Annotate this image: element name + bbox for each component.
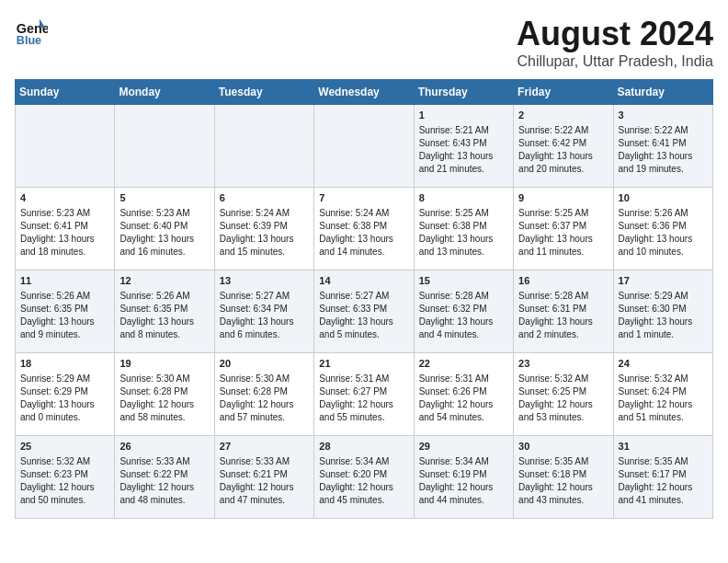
- day-info: Sunrise: 5:27 AM Sunset: 6:33 PM Dayligh…: [319, 291, 393, 339]
- calendar-cell: 30Sunrise: 5:35 AM Sunset: 6:18 PM Dayli…: [514, 436, 613, 519]
- day-info: Sunrise: 5:22 AM Sunset: 6:42 PM Dayligh…: [518, 125, 593, 174]
- calendar-cell: 3Sunrise: 5:22 AM Sunset: 6:41 PM Daylig…: [613, 105, 712, 188]
- day-number: 23: [518, 357, 608, 371]
- day-number: 3: [619, 109, 708, 122]
- title-block: August 2024 Chillupar, Uttar Pradesh, In…: [517, 15, 713, 70]
- day-info: Sunrise: 5:22 AM Sunset: 6:41 PM Dayligh…: [619, 125, 693, 174]
- day-info: Sunrise: 5:25 AM Sunset: 6:38 PM Dayligh…: [419, 208, 494, 257]
- location-subtitle: Chillupar, Uttar Pradesh, India: [517, 53, 713, 70]
- calendar-cell: [214, 105, 313, 188]
- day-number: 12: [119, 274, 209, 288]
- day-number: 4: [20, 191, 109, 205]
- calendar-cell: 16Sunrise: 5:28 AM Sunset: 6:31 PM Dayli…: [514, 270, 613, 353]
- day-number: 16: [518, 274, 608, 288]
- day-number: 7: [319, 191, 408, 205]
- calendar-cell: 1Sunrise: 5:21 AM Sunset: 6:43 PM Daylig…: [414, 105, 513, 188]
- calendar-cell: 13Sunrise: 5:27 AM Sunset: 6:34 PM Dayli…: [214, 270, 313, 353]
- calendar-cell: 27Sunrise: 5:33 AM Sunset: 6:21 PM Dayli…: [214, 436, 313, 519]
- day-info: Sunrise: 5:30 AM Sunset: 6:28 PM Dayligh…: [220, 373, 294, 422]
- calendar-cell: [314, 105, 414, 188]
- day-number: 22: [419, 357, 508, 371]
- day-info: Sunrise: 5:30 AM Sunset: 6:28 PM Dayligh…: [119, 373, 194, 422]
- day-info: Sunrise: 5:24 AM Sunset: 6:38 PM Dayligh…: [319, 208, 393, 257]
- calendar-cell: 26Sunrise: 5:33 AM Sunset: 6:22 PM Dayli…: [115, 436, 214, 519]
- calendar-cell: 8Sunrise: 5:25 AM Sunset: 6:38 PM Daylig…: [414, 188, 513, 270]
- calendar-cell: 7Sunrise: 5:24 AM Sunset: 6:38 PM Daylig…: [314, 188, 414, 270]
- calendar-cell: 21Sunrise: 5:31 AM Sunset: 6:27 PM Dayli…: [314, 353, 414, 436]
- day-info: Sunrise: 5:35 AM Sunset: 6:17 PM Dayligh…: [619, 456, 693, 505]
- day-info: Sunrise: 5:23 AM Sunset: 6:40 PM Dayligh…: [119, 208, 194, 257]
- svg-text:Blue: Blue: [17, 34, 41, 47]
- day-info: Sunrise: 5:25 AM Sunset: 6:37 PM Dayligh…: [518, 208, 593, 257]
- day-info: Sunrise: 5:35 AM Sunset: 6:18 PM Dayligh…: [518, 456, 593, 505]
- calendar-cell: 20Sunrise: 5:30 AM Sunset: 6:28 PM Dayli…: [214, 353, 313, 436]
- day-number: 11: [20, 274, 109, 288]
- calendar-cell: 2Sunrise: 5:22 AM Sunset: 6:42 PM Daylig…: [514, 105, 613, 188]
- calendar-cell: 5Sunrise: 5:23 AM Sunset: 6:40 PM Daylig…: [115, 188, 214, 270]
- day-number: 21: [319, 357, 408, 371]
- calendar-cell: 28Sunrise: 5:34 AM Sunset: 6:20 PM Dayli…: [314, 436, 414, 519]
- day-info: Sunrise: 5:29 AM Sunset: 6:29 PM Dayligh…: [20, 373, 95, 422]
- day-number: 8: [419, 191, 508, 205]
- calendar-cell: 11Sunrise: 5:26 AM Sunset: 6:35 PM Dayli…: [16, 270, 115, 353]
- day-number: 20: [220, 357, 309, 371]
- day-info: Sunrise: 5:28 AM Sunset: 6:32 PM Dayligh…: [419, 291, 494, 339]
- week-row-1: 1Sunrise: 5:21 AM Sunset: 6:43 PM Daylig…: [16, 105, 713, 188]
- weekday-header-sunday: Sunday: [16, 80, 115, 105]
- day-number: 10: [619, 191, 708, 205]
- day-info: Sunrise: 5:24 AM Sunset: 6:39 PM Dayligh…: [220, 208, 294, 257]
- day-number: 14: [319, 274, 408, 288]
- day-info: Sunrise: 5:32 AM Sunset: 6:23 PM Dayligh…: [20, 456, 95, 505]
- week-row-3: 11Sunrise: 5:26 AM Sunset: 6:35 PM Dayli…: [16, 270, 713, 353]
- weekday-header-wednesday: Wednesday: [314, 80, 414, 105]
- calendar-cell: 9Sunrise: 5:25 AM Sunset: 6:37 PM Daylig…: [514, 188, 613, 270]
- calendar-cell: 15Sunrise: 5:28 AM Sunset: 6:32 PM Dayli…: [414, 270, 513, 353]
- calendar-cell: 29Sunrise: 5:34 AM Sunset: 6:19 PM Dayli…: [414, 436, 513, 519]
- page-header: General Blue August 2024 Chillupar, Utta…: [15, 15, 713, 70]
- day-info: Sunrise: 5:31 AM Sunset: 6:26 PM Dayligh…: [419, 373, 494, 422]
- calendar-table: SundayMondayTuesdayWednesdayThursdayFrid…: [15, 79, 713, 519]
- weekday-header-monday: Monday: [115, 80, 214, 105]
- weekday-header-tuesday: Tuesday: [214, 80, 313, 105]
- month-year-title: August 2024: [517, 15, 713, 53]
- calendar-cell: [115, 105, 214, 188]
- calendar-cell: 6Sunrise: 5:24 AM Sunset: 6:39 PM Daylig…: [214, 188, 313, 270]
- calendar-cell: 19Sunrise: 5:30 AM Sunset: 6:28 PM Dayli…: [115, 353, 214, 436]
- day-number: 18: [20, 357, 109, 371]
- day-info: Sunrise: 5:34 AM Sunset: 6:19 PM Dayligh…: [419, 456, 494, 505]
- day-number: 30: [518, 440, 608, 454]
- day-info: Sunrise: 5:32 AM Sunset: 6:24 PM Dayligh…: [619, 373, 693, 422]
- day-info: Sunrise: 5:23 AM Sunset: 6:41 PM Dayligh…: [20, 208, 95, 257]
- day-number: 6: [220, 191, 309, 205]
- day-info: Sunrise: 5:34 AM Sunset: 6:20 PM Dayligh…: [319, 456, 393, 505]
- day-info: Sunrise: 5:26 AM Sunset: 6:36 PM Dayligh…: [619, 208, 693, 257]
- day-info: Sunrise: 5:32 AM Sunset: 6:25 PM Dayligh…: [518, 373, 593, 422]
- day-number: 31: [619, 440, 708, 454]
- calendar-cell: 10Sunrise: 5:26 AM Sunset: 6:36 PM Dayli…: [613, 188, 712, 270]
- day-number: 17: [619, 274, 708, 288]
- calendar-cell: 31Sunrise: 5:35 AM Sunset: 6:17 PM Dayli…: [613, 436, 712, 519]
- day-info: Sunrise: 5:26 AM Sunset: 6:35 PM Dayligh…: [20, 291, 95, 339]
- logo-icon: General Blue: [15, 15, 48, 48]
- day-number: 25: [20, 440, 109, 454]
- day-info: Sunrise: 5:28 AM Sunset: 6:31 PM Dayligh…: [518, 291, 593, 339]
- day-number: 13: [220, 274, 309, 288]
- day-number: 29: [419, 440, 508, 454]
- weekday-header-row: SundayMondayTuesdayWednesdayThursdayFrid…: [16, 80, 713, 105]
- day-info: Sunrise: 5:26 AM Sunset: 6:35 PM Dayligh…: [119, 291, 194, 339]
- calendar-cell: 4Sunrise: 5:23 AM Sunset: 6:41 PM Daylig…: [16, 188, 115, 270]
- weekday-header-thursday: Thursday: [414, 80, 513, 105]
- calendar-cell: 17Sunrise: 5:29 AM Sunset: 6:30 PM Dayli…: [613, 270, 712, 353]
- day-info: Sunrise: 5:31 AM Sunset: 6:27 PM Dayligh…: [319, 373, 393, 422]
- day-info: Sunrise: 5:21 AM Sunset: 6:43 PM Dayligh…: [419, 125, 494, 174]
- calendar-cell: 18Sunrise: 5:29 AM Sunset: 6:29 PM Dayli…: [16, 353, 115, 436]
- day-number: 24: [619, 357, 708, 371]
- calendar-cell: 22Sunrise: 5:31 AM Sunset: 6:26 PM Dayli…: [414, 353, 513, 436]
- day-info: Sunrise: 5:29 AM Sunset: 6:30 PM Dayligh…: [619, 291, 693, 339]
- calendar-cell: 24Sunrise: 5:32 AM Sunset: 6:24 PM Dayli…: [613, 353, 712, 436]
- calendar-cell: 12Sunrise: 5:26 AM Sunset: 6:35 PM Dayli…: [115, 270, 214, 353]
- day-number: 1: [419, 109, 508, 122]
- weekday-header-friday: Friday: [514, 80, 613, 105]
- day-info: Sunrise: 5:33 AM Sunset: 6:22 PM Dayligh…: [119, 456, 194, 505]
- week-row-2: 4Sunrise: 5:23 AM Sunset: 6:41 PM Daylig…: [16, 188, 713, 270]
